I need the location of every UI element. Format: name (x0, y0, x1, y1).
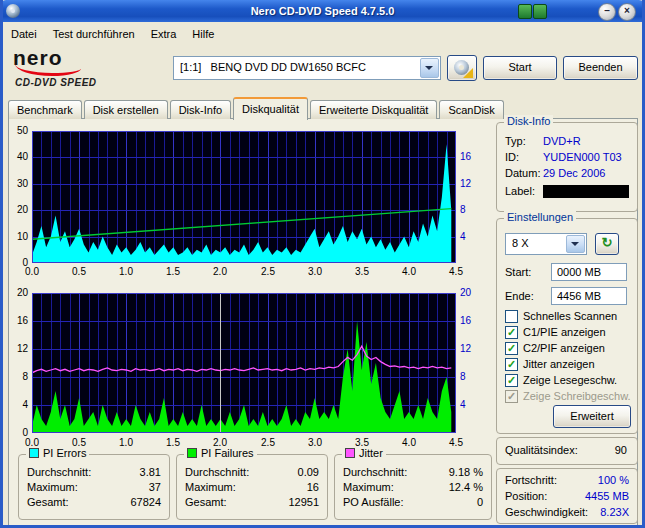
ende-mb-label: Ende: (505, 290, 534, 302)
stat-label: Gesamt: (27, 496, 69, 508)
close-button[interactable]: × (618, 3, 636, 21)
titlebar-extra-icon-1[interactable] (518, 4, 532, 19)
axis-tick: 3.0 (305, 266, 325, 278)
stat-label: Gesamt: (185, 496, 227, 508)
axis-tick: 2.5 (258, 437, 278, 449)
disc-button[interactable] (447, 55, 477, 81)
axis-tick: 4 (4, 399, 28, 411)
drive-select-arrow[interactable] (420, 58, 439, 78)
speed-select[interactable]: 8 X (505, 233, 587, 255)
minimize-button[interactable]: – (598, 3, 616, 21)
stat-value: 0.09 (298, 466, 319, 478)
disk-info-group: Disk-Info Typ: DVD+R ID: YUDEN000 T03 Da… (496, 122, 638, 212)
axis-tick: 4.5 (446, 437, 466, 449)
stat-label: Durchschnitt: (185, 466, 249, 478)
stat-row-durchschnitt: Durchschnitt:3.81 (27, 466, 161, 479)
chevron-down-icon (571, 242, 579, 250)
checkbox-label: Zeige Schreibgeschw. (523, 390, 631, 402)
axis-tick: 1.0 (116, 266, 136, 278)
settings-group: Einstellungen 8 X ↻ Start: Ende: Schnell… (496, 218, 638, 434)
axis-tick: 20 (4, 287, 28, 299)
checkbox-zeige-lesegeschw[interactable]: ✓Zeige Lesegeschw. (505, 373, 635, 387)
tab-diskqualit-t[interactable]: Diskqualität (233, 97, 308, 120)
chevron-down-icon (425, 66, 433, 74)
checkbox-box[interactable]: ✓ (505, 374, 518, 387)
window-title: Nero CD-DVD Speed 4.7.5.0 (0, 0, 645, 22)
stat-value: 12951 (288, 496, 319, 508)
titlebar-extra-icon-2[interactable] (533, 4, 547, 19)
stat-row-gesamt: Gesamt:12951 (185, 496, 319, 509)
erweitert-button[interactable]: Erweitert (553, 405, 631, 428)
checkbox-box[interactable]: ✓ (505, 342, 518, 355)
stats-pi-failures: PI Failures Durchschnitt:0.09Maximum:16G… (176, 454, 328, 520)
stat-label: Durchschnitt: (27, 466, 91, 478)
checkbox-list: Schnelles Scannen✓C1/PIE anzeigen✓C2/PIF… (497, 309, 637, 409)
checkbox-box[interactable]: ✓ (505, 358, 518, 371)
checkbox-c2-pif-anzeigen[interactable]: ✓C2/PIF anzeigen (505, 341, 635, 355)
datum-value: 29 Dec 2006 (543, 167, 605, 179)
tab-disk-erstellen[interactable]: Disk erstellen (84, 100, 168, 119)
id-label: ID: (505, 151, 519, 163)
axis-tick: 10 (4, 231, 28, 243)
checkbox-c1-pie-anzeigen[interactable]: ✓C1/PIE anzeigen (505, 325, 635, 339)
stat-value: 9.18 % (449, 466, 483, 478)
legend-swatch (187, 448, 197, 458)
axis-tick: 3.0 (305, 437, 325, 449)
ende-mb-input[interactable] (551, 287, 627, 305)
stat-value: 67824 (130, 496, 161, 508)
axis-tick: 8 (4, 371, 28, 383)
legend-swatch (29, 448, 39, 458)
disk-info-typ-row: Typ: DVD+R (505, 135, 629, 149)
menu-item-extra[interactable]: Extra (143, 25, 185, 43)
menu-item-datei[interactable]: Datei (3, 25, 45, 43)
title-bar: Nero CD-DVD Speed 4.7.5.0 – × (0, 0, 645, 22)
menu-item-hilfe[interactable]: Hilfe (184, 25, 222, 43)
axis-tick: 50 (4, 125, 28, 137)
axis-tick: 2.5 (258, 266, 278, 278)
axis-tick: 20 (4, 204, 28, 216)
exit-button[interactable]: Beenden (563, 56, 638, 80)
checkbox-jitter-anzeigen[interactable]: ✓Jitter anzeigen (505, 357, 635, 371)
axis-tick: 0.5 (69, 266, 89, 278)
nero-swoosh-icon (15, 64, 81, 76)
tab-scandisk[interactable]: ScanDisk (439, 100, 503, 119)
datum-label: Datum: (505, 167, 540, 179)
fortschritt-row: Fortschritt: 100 % (505, 474, 629, 487)
stat-value: 0 (477, 496, 483, 508)
tab-benchmark[interactable]: Benchmark (8, 100, 82, 119)
axis-tick: 16 (460, 315, 482, 327)
speed-select-arrow[interactable] (566, 235, 585, 253)
axis-tick: 4.5 (446, 266, 466, 278)
start-mb-input[interactable] (551, 263, 627, 281)
checkbox-box[interactable]: ✓ (505, 326, 518, 339)
checkbox-zeige-schreibgeschw[interactable]: ✓Zeige Schreibgeschw. (505, 389, 635, 403)
checkbox-label: Schnelles Scannen (523, 310, 617, 322)
start-button[interactable]: Start (483, 56, 557, 80)
menu-item-test-durchf-hren[interactable]: Test durchführen (45, 25, 143, 43)
stat-label: Maximum: (27, 481, 78, 493)
checkbox-label: C2/PIF anzeigen (523, 342, 605, 354)
menu-bar: DateiTest durchführenExtraHilfe (3, 22, 642, 45)
label-label: Label: (505, 185, 535, 197)
stat-label: Durchschnitt: (343, 466, 407, 478)
axis-tick: 12 (4, 343, 28, 355)
position-label: Position: (505, 490, 547, 502)
geschwindigkeit-value: 8.23X (600, 506, 629, 518)
fortschritt-value: 100 % (598, 474, 629, 486)
checkbox-box[interactable]: ✓ (505, 390, 518, 403)
toolbar: nero CD-DVD SPEED [1:1] BENQ DVD DD DW16… (3, 45, 642, 97)
axis-tick: 8 (460, 204, 482, 216)
axis-tick: 4 (460, 231, 482, 243)
drive-select[interactable]: [1:1] BENQ DVD DD DW1650 BCFC (173, 56, 441, 80)
checkbox-schnelles-scannen[interactable]: Schnelles Scannen (505, 309, 635, 323)
legend-swatch (345, 448, 355, 458)
refresh-button[interactable]: ↻ (595, 233, 619, 255)
checkbox-box[interactable] (505, 310, 518, 323)
drive-select-value: [1:1] BENQ DVD DD DW1650 BCFC (180, 61, 366, 73)
start-mb-label: Start: (505, 266, 531, 278)
tab-disk-info[interactable]: Disk-Info (170, 100, 231, 119)
stat-row-po-ausf-lle: PO Ausfälle:0 (343, 496, 483, 509)
axis-tick: 12 (460, 343, 482, 355)
disk-info-id-row: ID: YUDEN000 T03 (505, 151, 629, 165)
tab-erweiterte-diskqualit-t[interactable]: Erweiterte Diskqualität (310, 100, 437, 119)
